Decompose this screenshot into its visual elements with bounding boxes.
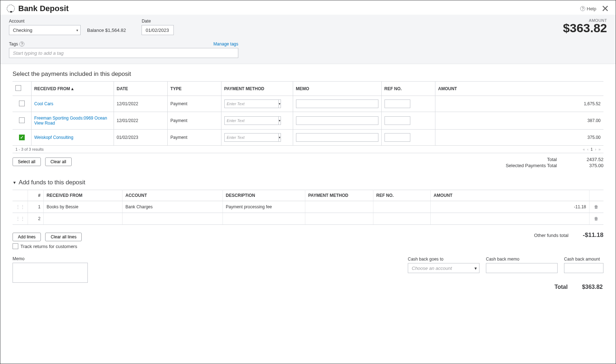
row-memo-input[interactable]	[296, 133, 378, 142]
row-checkbox[interactable]	[19, 117, 25, 123]
memo-textarea[interactable]	[13, 263, 88, 283]
drag-handle-icon[interactable]: ⋮⋮	[15, 216, 25, 222]
funds-table: # RECEIVED FROM ACCOUNT DESCRIPTION PAYM…	[13, 190, 603, 225]
col-memo[interactable]: MEMO	[293, 82, 381, 96]
funds-row: ⋮⋮2🗑	[13, 213, 603, 225]
col-payment-method[interactable]: PAYMENT METHOD	[221, 82, 293, 96]
tags-input[interactable]	[9, 48, 238, 58]
date-input[interactable]: 01/02/2023	[142, 25, 174, 35]
row-ref-input[interactable]	[385, 116, 410, 125]
payment-row: ✓Weiskopf Consulting01/02/2023Payment▾37…	[13, 130, 603, 146]
clear-all-lines-button[interactable]: Clear all lines	[45, 233, 82, 241]
account-label: Account	[9, 19, 81, 24]
payment-method-input[interactable]	[224, 100, 278, 108]
payment-method-combo[interactable]: ▾	[224, 100, 264, 108]
row-date: 12/01/2022	[114, 96, 167, 112]
payment-row: Cool Cars12/01/2022Payment▾1,675.52	[13, 96, 603, 112]
refresh-icon	[7, 5, 15, 13]
pager-first-icon[interactable]: «	[583, 147, 585, 151]
payment-method-input[interactable]	[224, 133, 278, 142]
question-icon: ?	[580, 6, 585, 11]
row-amount: 387.00	[435, 112, 603, 130]
col-f-ref-no: REF NO.	[373, 190, 431, 201]
add-funds-title: Add funds to this deposit	[19, 179, 85, 186]
row-checkbox[interactable]: ✓	[19, 135, 25, 140]
received-from-link[interactable]: Freeman Sporting Goods:0969 Ocean View R…	[34, 116, 107, 126]
row-date: 01/02/2023	[114, 130, 167, 146]
funds-ref-no[interactable]	[373, 213, 431, 225]
row-amount: 1,675.52	[435, 96, 603, 112]
funds-row-num: 1	[28, 201, 44, 213]
funds-received-from[interactable]	[44, 213, 123, 225]
chevron-down-icon[interactable]: ▾	[278, 116, 281, 125]
collapse-icon: ▼	[13, 180, 16, 185]
funds-ref-no[interactable]	[373, 201, 431, 213]
payment-method-combo[interactable]: ▾	[224, 133, 264, 142]
col-type[interactable]: TYPE	[167, 82, 221, 96]
col-ref-no[interactable]: REF NO.	[381, 82, 435, 96]
payment-row: Freeman Sporting Goods:0969 Ocean View R…	[13, 112, 603, 130]
funds-amount[interactable]	[431, 213, 589, 225]
amount-value: $363.82	[563, 21, 607, 35]
track-returns-checkbox[interactable]	[13, 243, 18, 249]
help-label: Help	[587, 6, 596, 11]
trash-icon[interactable]: 🗑	[594, 216, 598, 221]
help-button[interactable]: ? Help	[580, 6, 596, 11]
chevron-down-icon: ▾	[474, 266, 477, 271]
col-f-payment-method: PAYMENT METHOD	[305, 190, 373, 201]
payment-method-input[interactable]	[224, 116, 278, 125]
row-memo-input[interactable]	[296, 116, 378, 125]
funds-amount[interactable]: -11.18	[431, 201, 589, 213]
add-lines-button[interactable]: Add lines	[13, 233, 41, 241]
funds-received-from[interactable]: Books by Bessie	[44, 201, 123, 213]
select-all-button[interactable]: Select all	[13, 157, 41, 166]
other-funds-total-value: -$11.18	[583, 232, 603, 239]
funds-payment-method[interactable]	[305, 201, 373, 213]
track-returns-label: Track returns for customers	[20, 244, 77, 249]
select-all-checkbox[interactable]	[15, 85, 21, 91]
col-date[interactable]: DATE	[114, 82, 167, 96]
cashback-account-select[interactable]: Choose an account ▾	[408, 263, 479, 273]
funds-account[interactable]: Bank Charges	[123, 201, 223, 213]
add-funds-title-row[interactable]: ▼ Add funds to this deposit	[13, 179, 603, 186]
funds-description[interactable]	[223, 213, 305, 225]
funds-account[interactable]	[123, 213, 223, 225]
tags-help-icon[interactable]: ?	[19, 42, 24, 47]
selected-total-value: 375.00	[575, 163, 603, 168]
sort-asc-icon: ▴	[71, 86, 73, 91]
row-ref-input[interactable]	[385, 133, 410, 142]
tags-label: Tags	[9, 42, 18, 47]
cashback-memo-input[interactable]	[486, 263, 558, 273]
pager-last-icon[interactable]: »	[598, 147, 601, 151]
chevron-down-icon[interactable]: ▾	[278, 133, 281, 142]
close-button[interactable]: ✕	[601, 4, 609, 13]
row-checkbox[interactable]	[19, 101, 25, 106]
pager-prev-icon[interactable]: ‹	[587, 147, 588, 151]
cashback-amount-input[interactable]	[564, 263, 603, 273]
clear-all-button[interactable]: Clear all	[45, 157, 72, 166]
payment-method-combo[interactable]: ▾	[224, 116, 264, 125]
account-value: Checking	[13, 28, 32, 33]
received-from-link[interactable]: Cool Cars	[34, 101, 53, 106]
col-received-from[interactable]: RECEIVED FROM ▴	[31, 82, 114, 96]
trash-icon[interactable]: 🗑	[594, 204, 598, 209]
drag-handle-icon[interactable]: ⋮⋮	[15, 204, 25, 210]
row-ref-input[interactable]	[385, 100, 410, 108]
row-memo-input[interactable]	[296, 100, 378, 108]
funds-payment-method[interactable]	[305, 213, 373, 225]
cashback-goes-to-label: Cash back goes to	[408, 257, 479, 262]
payments-title: Select the payments included in this dep…	[13, 71, 603, 78]
chevron-down-icon: ▾	[76, 28, 78, 32]
account-select[interactable]: Checking ▾	[9, 25, 81, 35]
row-type: Payment	[167, 96, 221, 112]
pager-next-icon[interactable]: ›	[595, 147, 596, 151]
chevron-down-icon[interactable]: ▾	[278, 100, 281, 108]
cashback-account-placeholder: Choose an account	[412, 266, 452, 271]
col-f-num: #	[28, 190, 44, 201]
funds-description[interactable]: Payment processing fee	[223, 201, 305, 213]
received-from-link[interactable]: Weiskopf Consulting	[34, 135, 73, 140]
col-amount[interactable]: AMOUNT	[435, 82, 603, 96]
col-f-received-from: RECEIVED FROM	[44, 190, 123, 201]
manage-tags-link[interactable]: Manage tags	[214, 42, 238, 47]
pager-current: 1	[591, 147, 593, 151]
